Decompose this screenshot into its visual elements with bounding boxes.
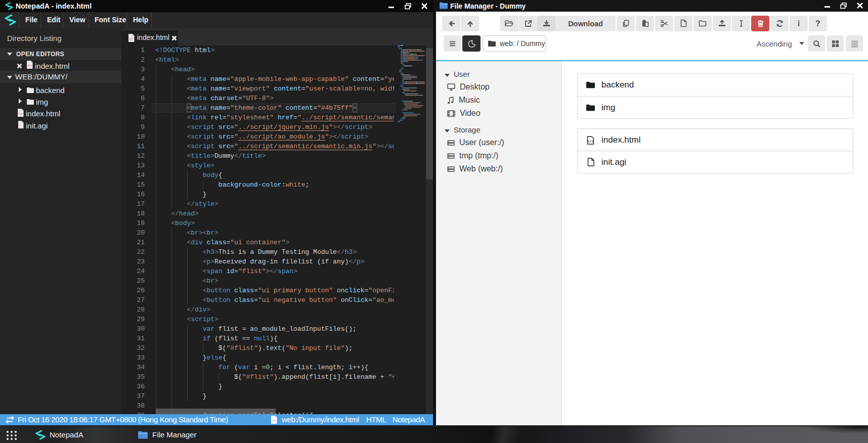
svg-text:</>: </> (587, 139, 594, 143)
svg-text:<>: <> (272, 419, 276, 423)
